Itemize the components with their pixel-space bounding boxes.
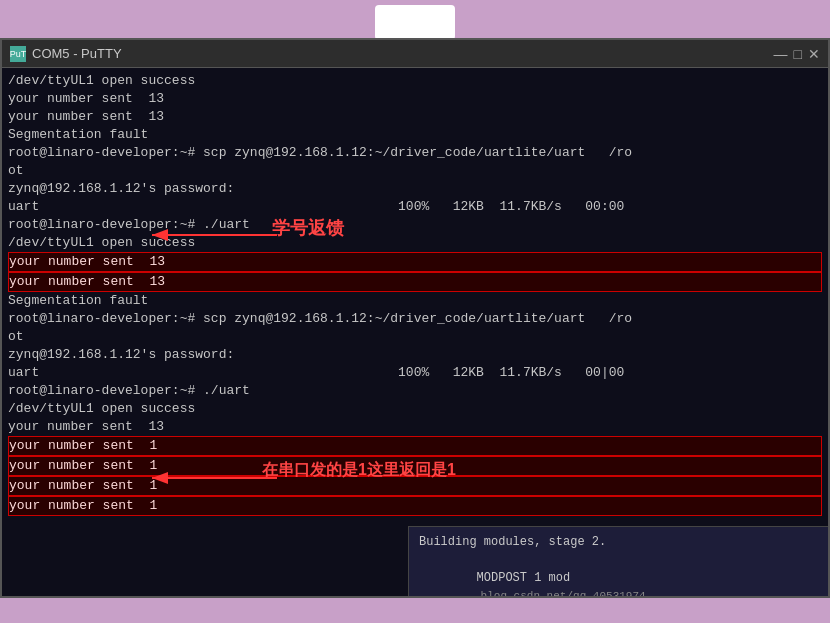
terminal-line-20: your number sent 1 xyxy=(8,436,822,456)
window-title: COM5 - PuTTY xyxy=(32,46,774,61)
terminal-line-9: /dev/ttyUL1 open success xyxy=(8,234,822,252)
annotation-2: 在串口发的是1这里返回是1 xyxy=(262,460,456,481)
terminal-line-13: root@linaro-developer:~# scp zynq@192.16… xyxy=(8,310,822,328)
terminal-lines: /dev/ttyUL1 open successyour number sent… xyxy=(8,72,822,516)
top-card xyxy=(375,5,455,40)
bottom-line-1: Building modules, stage 2. xyxy=(419,533,818,551)
annotation-2-text: 在串口发的是1这里返回是1 xyxy=(262,460,456,481)
arrow-2-svg xyxy=(147,466,277,491)
terminal-line-19: your number sent 13 xyxy=(8,418,822,436)
terminal-line-1: your number sent 13 xyxy=(8,90,822,108)
terminal-window: PuT COM5 - PuTTY — □ ✕ /dev/ttyUL1 open … xyxy=(0,38,830,598)
terminal-line-14: ot xyxy=(8,328,822,346)
terminal-line-2: your number sent 13 xyxy=(8,108,822,126)
window-controls[interactable]: — □ ✕ xyxy=(774,46,820,62)
terminal-line-5: ot xyxy=(8,162,822,180)
arrow-1-svg xyxy=(147,223,277,248)
terminal-line-10: your number sent 13 xyxy=(8,252,822,272)
terminal-line-23: your number sent 1 xyxy=(8,496,822,516)
terminal-line-8: root@linaro-developer:~# ./uart xyxy=(8,216,822,234)
title-bar: PuT COM5 - PuTTY — □ ✕ xyxy=(2,40,828,68)
terminal-line-12: Segmentation fault xyxy=(8,292,822,310)
terminal-line-0: /dev/ttyUL1 open success xyxy=(8,72,822,90)
close-button[interactable]: ✕ xyxy=(808,46,820,62)
terminal-content[interactable]: /dev/ttyUL1 open successyour number sent… xyxy=(2,68,828,596)
minimize-button[interactable]: — xyxy=(774,46,788,62)
restore-button[interactable]: □ xyxy=(794,46,802,62)
terminal-line-16: uart 100% 12KB 11.7KB/s 00|00 xyxy=(8,364,822,382)
watermark-text: blog.csdn.net/qq_40531974 xyxy=(481,590,646,596)
bottom-line-2: MODPOST 1 mod blog.csdn.net/qq_40531974 xyxy=(419,551,818,596)
top-bar xyxy=(0,0,830,40)
terminal-line-4: root@linaro-developer:~# scp zynq@192.16… xyxy=(8,144,822,162)
bottom-line-2-text: MODPOST 1 mod xyxy=(477,571,571,585)
terminal-line-15: zynq@192.168.1.12's password: xyxy=(8,346,822,364)
annotation-1: 学号返馈 xyxy=(272,216,344,240)
terminal-line-3: Segmentation fault xyxy=(8,126,822,144)
terminal-line-17: root@linaro-developer:~# ./uart xyxy=(8,382,822,400)
terminal-line-11: your number sent 13 xyxy=(8,272,822,292)
terminal-line-18: /dev/ttyUL1 open success xyxy=(8,400,822,418)
terminal-line-6: zynq@192.168.1.12's password: xyxy=(8,180,822,198)
annotation-1-text: 学号返馈 xyxy=(272,216,344,240)
terminal-line-7: uart 100% 12KB 11.7KB/s 00:00 xyxy=(8,198,822,216)
putty-icon: PuT xyxy=(10,46,26,62)
bottom-overlay: Building modules, stage 2. MODPOST 1 mod… xyxy=(408,526,828,596)
